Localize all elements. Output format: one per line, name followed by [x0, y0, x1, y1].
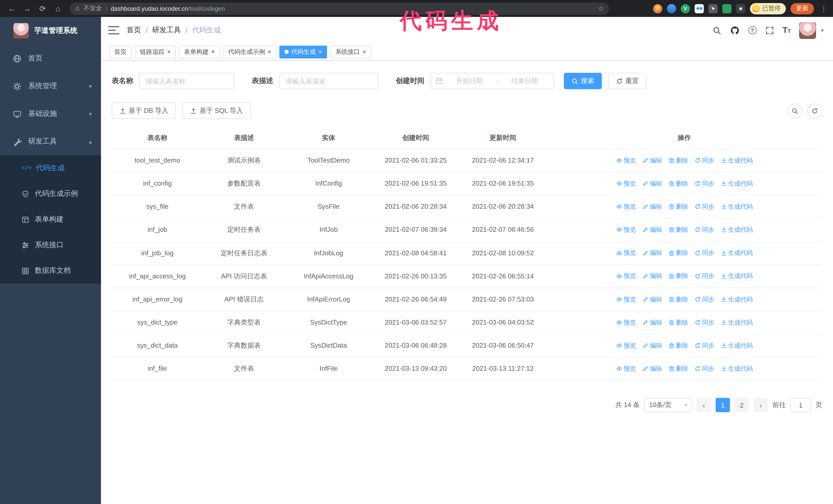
close-tab-icon[interactable]: ×	[211, 49, 215, 55]
extension-icon-pin[interactable]	[736, 4, 745, 13]
import-sql-button[interactable]: 基于 SQL 导入	[183, 102, 251, 119]
edit-link[interactable]: 编辑	[642, 294, 662, 304]
table-name-input[interactable]	[139, 73, 234, 89]
preview-link[interactable]: 预览	[616, 225, 636, 235]
sidebar-item-dev-tools[interactable]: 研发工具 ▴	[0, 128, 101, 155]
forward-button[interactable]: →	[21, 4, 34, 13]
app-logo[interactable]: 芋道管理系统	[0, 17, 101, 45]
edit-link[interactable]: 编辑	[642, 156, 662, 165]
delete-link[interactable]: 删除	[668, 271, 688, 281]
search-icon[interactable]	[712, 26, 721, 34]
sync-link[interactable]: 同步	[694, 364, 714, 374]
delete-link[interactable]: 删除	[668, 156, 688, 165]
delete-link[interactable]: 删除	[668, 341, 688, 351]
edit-link[interactable]: 编辑	[642, 318, 662, 327]
preview-link[interactable]: 预览	[616, 248, 636, 258]
import-db-button[interactable]: 基于 DB 导入	[112, 102, 176, 119]
user-avatar[interactable]	[800, 22, 816, 39]
delete-link[interactable]: 删除	[668, 294, 688, 304]
close-tab-icon[interactable]: ×	[268, 49, 271, 55]
page-number-button[interactable]: 1	[716, 398, 730, 412]
generate-code-link[interactable]: 生成代码	[720, 179, 753, 188]
sidebar-subitem-db-document[interactable]: 数据库文档	[0, 258, 101, 284]
preview-link[interactable]: 预览	[616, 364, 636, 374]
preview-link[interactable]: 预览	[616, 318, 636, 327]
generate-code-link[interactable]: 生成代码	[720, 225, 753, 235]
tab[interactable]: 代码生成 ×	[279, 45, 327, 58]
sync-link[interactable]: 同步	[694, 156, 714, 165]
generate-code-link[interactable]: 生成代码	[720, 294, 753, 304]
caret-down-icon[interactable]: ▾	[821, 27, 824, 33]
delete-link[interactable]: 删除	[668, 179, 688, 188]
extension-icon-cursor[interactable]	[709, 4, 718, 13]
tab[interactable]: 系统接口 ×	[330, 45, 371, 58]
create-time-range-picker[interactable]: 开始日期 - 结束日期	[431, 73, 554, 89]
close-tab-icon[interactable]: ×	[167, 49, 171, 55]
sidebar-item-infrastructure[interactable]: 基础设施 ▾	[0, 100, 101, 128]
extension-icon-blue-drop[interactable]	[667, 4, 676, 13]
generate-code-link[interactable]: 生成代码	[720, 248, 753, 258]
extension-icon-green-v[interactable]: V	[681, 4, 690, 13]
help-icon[interactable]: ?	[748, 26, 756, 34]
edit-link[interactable]: 编辑	[642, 179, 662, 188]
delete-link[interactable]: 删除	[668, 202, 688, 212]
page-number-button[interactable]: 2	[735, 398, 749, 412]
tab[interactable]: 代码生成示例 ×	[223, 45, 276, 58]
collapse-sidebar-button[interactable]	[108, 26, 119, 34]
prev-page-button[interactable]: ‹	[697, 398, 711, 412]
generate-code-link[interactable]: 生成代码	[720, 156, 753, 165]
sidebar-item-system-management[interactable]: 系统管理 ▾	[0, 72, 101, 100]
fullscreen-icon[interactable]	[765, 26, 774, 34]
sync-link[interactable]: 同步	[694, 271, 714, 281]
goto-page-input[interactable]	[790, 398, 811, 412]
preview-link[interactable]: 预览	[616, 294, 636, 304]
edit-link[interactable]: 编辑	[642, 202, 662, 212]
github-icon[interactable]	[730, 25, 739, 35]
sync-link[interactable]: 同步	[694, 225, 714, 235]
page-size-select[interactable]: 10条/页 ▾	[644, 398, 692, 412]
close-tab-icon[interactable]: ×	[318, 49, 322, 55]
sync-link[interactable]: 同步	[694, 294, 714, 304]
preview-link[interactable]: 预览	[616, 202, 636, 212]
delete-link[interactable]: 删除	[668, 225, 688, 235]
font-size-icon[interactable]: TT	[783, 26, 791, 35]
preview-link[interactable]: 预览	[616, 271, 636, 281]
generate-code-link[interactable]: 生成代码	[720, 318, 753, 327]
extension-icon-people[interactable]	[695, 4, 704, 13]
sync-link[interactable]: 同步	[694, 248, 714, 258]
reload-button[interactable]: ⟳	[36, 4, 49, 13]
tab[interactable]: 首页	[109, 45, 132, 58]
preview-link[interactable]: 预览	[616, 156, 636, 165]
generate-code-link[interactable]: 生成代码	[720, 341, 753, 351]
sync-link[interactable]: 同步	[694, 341, 714, 351]
search-button[interactable]: 搜索	[564, 73, 602, 89]
home-button[interactable]: ⌂	[51, 4, 65, 13]
delete-link[interactable]: 删除	[668, 318, 688, 327]
bookmark-star-icon[interactable]: ☆	[598, 5, 604, 12]
sync-link[interactable]: 同步	[694, 318, 714, 327]
generate-code-link[interactable]: 生成代码	[720, 271, 753, 281]
sidebar-subitem-form-builder[interactable]: 表单构建	[0, 207, 101, 232]
close-tab-icon[interactable]: ×	[362, 49, 366, 55]
address-bar[interactable]: ⚠ 不安全 | dashboard.yudao.iocoder.cn/tool/…	[70, 2, 609, 15]
chrome-menu-icon[interactable]: ⋮	[819, 4, 829, 13]
tab[interactable]: 表单构建 ×	[179, 45, 220, 58]
sync-link[interactable]: 同步	[694, 202, 714, 212]
edit-link[interactable]: 编辑	[642, 271, 662, 281]
sidebar-item-home[interactable]: 首页	[0, 45, 101, 72]
edit-link[interactable]: 编辑	[642, 248, 662, 258]
generate-code-link[interactable]: 生成代码	[720, 202, 753, 212]
delete-link[interactable]: 删除	[668, 364, 688, 374]
edit-link[interactable]: 编辑	[642, 341, 662, 351]
refresh-table-button[interactable]	[807, 103, 822, 118]
preview-link[interactable]: 预览	[616, 179, 636, 188]
extension-icon-orange[interactable]	[653, 4, 662, 13]
next-page-button[interactable]: ›	[754, 398, 768, 412]
sync-link[interactable]: 同步	[694, 179, 714, 188]
delete-link[interactable]: 删除	[668, 248, 688, 258]
breadcrumb-home[interactable]: 首页	[127, 26, 141, 35]
generate-code-link[interactable]: 生成代码	[720, 364, 753, 374]
breadcrumb-dev-tools[interactable]: 研发工具	[152, 26, 181, 35]
sidebar-subitem-system-api[interactable]: 系统接口	[0, 232, 101, 258]
extension-icon-leaf[interactable]	[722, 4, 732, 13]
